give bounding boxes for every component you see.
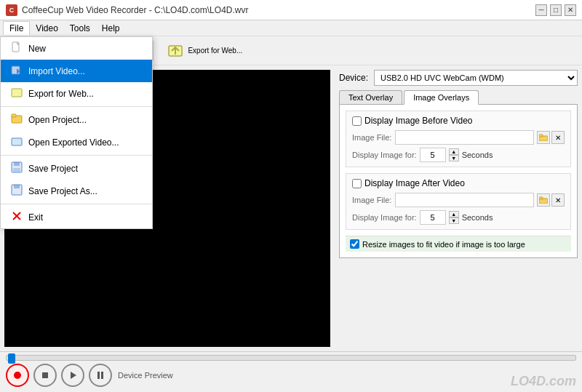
before-duration-label: Display Image for: — [352, 151, 417, 159]
after-folder-icon[interactable] — [537, 193, 550, 207]
title-bar: C CoffeeCup Web Video Recorder - C:\LO4D… — [0, 0, 582, 20]
app-icon: C — [6, 4, 17, 16]
record-button[interactable] — [6, 364, 29, 387]
svg-rect-17 — [101, 372, 103, 379]
menu-item-import[interactable]: Import Video... — [1, 60, 152, 82]
after-file-row: Image File: ✕ — [352, 193, 565, 207]
before-duration-spinner: ▲ ▼ — [449, 148, 459, 161]
svg-point-13 — [14, 372, 21, 379]
before-file-label: Image File: — [352, 133, 392, 142]
svg-rect-12 — [539, 197, 543, 199]
tab-image-overlays-content: Display Image Before Video Image File: — [339, 105, 578, 258]
menu-item-save-as[interactable]: Save Project As... — [1, 180, 152, 202]
export-web-button[interactable]: Export for Web... — [159, 40, 250, 62]
before-file-row: Image File: ✕ — [352, 130, 565, 145]
menu-file[interactable]: File — [3, 21, 30, 35]
display-after-label: Display Image After Video — [364, 178, 465, 188]
resize-label: Resize images to fit video if image is t… — [362, 240, 525, 249]
menu-item-exit[interactable]: Exit — [1, 206, 152, 228]
overlay-before-section: Display Image Before Video Image File: — [346, 111, 571, 167]
before-duration-input[interactable] — [420, 148, 446, 162]
bottom-bar: Device Preview — [0, 351, 582, 392]
play-button[interactable] — [61, 364, 84, 387]
menu-item-save[interactable]: Save Project — [1, 157, 152, 180]
window-title: CoffeeCup Web Video Recorder - C:\LO4D.c… — [22, 5, 248, 15]
after-spin-up[interactable]: ▲ — [449, 211, 459, 217]
svg-rect-21 — [12, 89, 22, 97]
separator-3 — [1, 204, 152, 204]
display-before-label: Display Image Before Video — [364, 116, 473, 126]
device-label: Device: — [339, 73, 368, 83]
open-exported-icon — [11, 135, 23, 149]
menu-video[interactable]: Video — [30, 22, 63, 35]
resize-row: Resize images to fit video if image is t… — [346, 236, 571, 252]
device-preview-label: Device Preview — [118, 371, 173, 380]
svg-marker-15 — [71, 372, 76, 379]
before-duration-row: Display Image for: ▲ ▼ Seconds — [352, 148, 565, 162]
new-label: New — [28, 44, 46, 54]
svg-rect-29 — [14, 185, 20, 188]
tabs: Text Overlay Image Overlays — [339, 90, 578, 105]
pause-button[interactable] — [89, 364, 112, 387]
svg-rect-26 — [14, 162, 20, 166]
menu-item-new[interactable]: New — [1, 37, 152, 60]
before-file-icons: ✕ — [537, 131, 565, 144]
open-project-label: Open Project... — [28, 115, 87, 125]
svg-rect-23 — [12, 114, 16, 117]
close-button[interactable]: ✕ — [565, 4, 576, 16]
after-duration-row: Display Image for: ▲ ▼ Seconds — [352, 210, 565, 225]
tab-image-overlays[interactable]: Image Overlays — [404, 90, 479, 105]
tab-container: Text Overlay Image Overlays Display Imag… — [339, 90, 578, 258]
device-select[interactable]: USB2.0 HD UVC WebCam (WDM) — [374, 70, 578, 86]
before-folder-icon[interactable] — [537, 131, 550, 144]
import-file-icon — [11, 64, 23, 78]
title-bar-controls[interactable]: ─ □ ✕ — [535, 4, 576, 16]
exit-label: Exit — [28, 212, 43, 223]
after-clear-icon[interactable]: ✕ — [551, 193, 565, 207]
device-row: Device: USB2.0 HD UVC WebCam (WDM) — [339, 70, 578, 86]
before-spin-up[interactable]: ▲ — [449, 148, 459, 155]
new-file-icon — [11, 41, 23, 55]
display-before-checkbox[interactable] — [352, 116, 362, 126]
right-panel: Device: USB2.0 HD UVC WebCam (WDM) Text … — [335, 65, 582, 351]
progress-bar[interactable] — [6, 355, 576, 361]
display-after-checkbox[interactable] — [352, 179, 362, 188]
svg-rect-24 — [12, 138, 22, 145]
overlay-after-section: Display Image After Video Image File: — [346, 173, 571, 230]
after-duration-label: Display Image for: — [352, 213, 417, 222]
after-spin-down[interactable]: ▼ — [449, 217, 459, 224]
playback-controls — [6, 364, 112, 387]
file-dropdown-menu: New Import Video... Export for Web... Op… — [0, 36, 153, 229]
menu-help[interactable]: Help — [96, 22, 126, 35]
svg-rect-10 — [539, 135, 543, 137]
export-file-icon — [11, 87, 23, 100]
save-label: Save Project — [28, 164, 78, 174]
save-icon — [11, 161, 23, 175]
save-as-label: Save Project As... — [28, 186, 97, 196]
progress-thumb[interactable] — [8, 353, 15, 364]
stop-button[interactable] — [33, 364, 57, 387]
before-spin-down[interactable]: ▼ — [449, 155, 459, 161]
menu-item-open-project[interactable]: Open Project... — [1, 108, 152, 131]
save-as-icon — [11, 184, 23, 198]
after-file-input[interactable] — [395, 193, 534, 207]
resize-checkbox[interactable] — [350, 239, 359, 249]
export-web-label: Export for Web... — [188, 47, 242, 55]
menu-bar: File Video Tools Help — [0, 20, 582, 36]
svg-rect-14 — [42, 372, 48, 378]
after-duration-input[interactable] — [420, 210, 446, 225]
before-file-input[interactable] — [395, 130, 534, 145]
minimize-button[interactable]: ─ — [535, 4, 547, 16]
export-icon — [167, 42, 183, 60]
svg-rect-16 — [97, 372, 100, 379]
tab-text-overlay[interactable]: Text Overlay — [339, 90, 402, 104]
menu-tools[interactable]: Tools — [64, 22, 96, 35]
after-section-title: Display Image After Video — [352, 178, 565, 188]
before-duration-suffix: Seconds — [462, 151, 493, 159]
menu-item-export[interactable]: Export for Web... — [1, 82, 152, 105]
after-duration-suffix: Seconds — [462, 213, 493, 222]
before-clear-icon[interactable]: ✕ — [551, 131, 565, 144]
open-exported-label: Open Exported Video... — [28, 137, 119, 148]
menu-item-open-exported[interactable]: Open Exported Video... — [1, 131, 152, 153]
maximize-button[interactable]: □ — [550, 4, 562, 16]
